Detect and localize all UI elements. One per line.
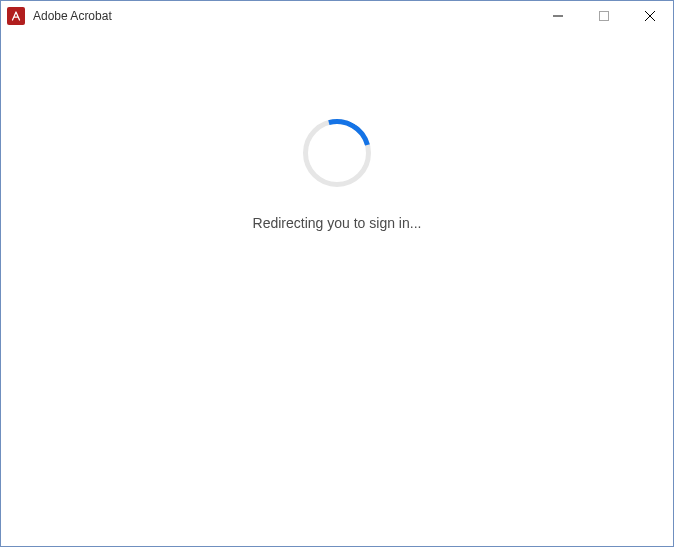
window-controls (535, 1, 673, 31)
minimize-button[interactable] (535, 1, 581, 31)
close-button[interactable] (627, 1, 673, 31)
titlebar: Adobe Acrobat (1, 1, 673, 31)
app-window: Adobe Acrobat (0, 0, 674, 547)
acrobat-icon (7, 7, 25, 25)
window-title: Adobe Acrobat (33, 9, 112, 23)
minimize-icon (553, 11, 563, 21)
close-icon (645, 11, 655, 21)
maximize-icon (599, 11, 609, 21)
loading-spinner (303, 119, 371, 187)
svg-rect-1 (600, 12, 609, 21)
content-area: Redirecting you to sign in... (1, 31, 673, 546)
titlebar-left: Adobe Acrobat (7, 7, 112, 25)
status-text: Redirecting you to sign in... (253, 215, 422, 231)
maximize-button (581, 1, 627, 31)
spinner-arc (291, 107, 384, 200)
